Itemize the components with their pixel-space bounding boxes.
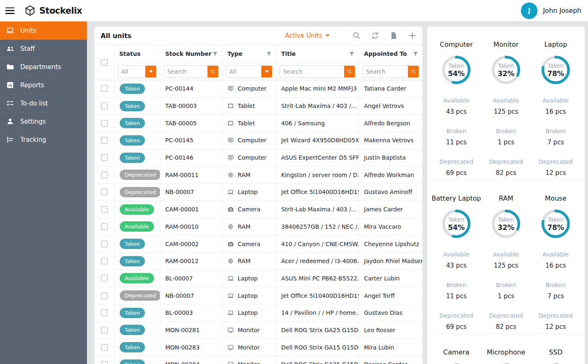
- table-row[interactable]: TakenCAM-00002Camera410 / Canyon / CNE-C…: [94, 235, 422, 253]
- row-checkbox[interactable]: [101, 309, 108, 316]
- table-row[interactable]: TakenTAB-00003TabletStrit-Lab Maxima / 4…: [94, 98, 422, 115]
- deprecated-label: Deprecated: [489, 312, 523, 320]
- type-filter-select[interactable]: All: [226, 65, 272, 78]
- row-checkbox[interactable]: [101, 258, 108, 264]
- broken-value: 1 pcs: [498, 292, 514, 301]
- hamburger-menu-icon[interactable]: [5, 7, 14, 14]
- table-row[interactable]: AvailableBL-00007LaptopASUS Mini PC PB62…: [94, 270, 422, 287]
- stock-number-cell: PC-00146: [160, 149, 222, 166]
- table-row[interactable]: TakenMON-00284MonitorDell ROG Strix GA25…: [94, 356, 422, 364]
- filter-icon[interactable]: [349, 51, 354, 57]
- status-badge: Taken: [120, 135, 145, 146]
- column-header-type: Type: [222, 45, 276, 62]
- deprecated-label: Deprecated: [439, 158, 473, 166]
- camera-icon: [227, 241, 234, 247]
- table-row[interactable]: TakenTAB-00005Tablet406 / SamsungAlfredo…: [94, 115, 422, 132]
- row-checkbox[interactable]: [101, 103, 108, 109]
- column-label: Title: [281, 50, 296, 57]
- table-row[interactable]: TakenBL-00003Laptop14 / Pavilion / / HP …: [94, 304, 422, 322]
- row-checkbox[interactable]: [101, 206, 108, 213]
- title-cell: 14 / Pavilion / / HP / home...: [276, 304, 359, 321]
- stock-number-cell: BL-00003: [160, 304, 222, 321]
- table-row[interactable]: DeprecatedNB-00007LaptopJet Office 5i104…: [94, 184, 422, 201]
- laptop-type-icon: [227, 309, 234, 316]
- row-checkbox[interactable]: [101, 223, 108, 230]
- filter-icon[interactable]: [212, 51, 218, 57]
- row-checkbox[interactable]: [101, 327, 108, 333]
- sidebar-item-label: Departments: [20, 63, 61, 71]
- row-checkbox[interactable]: [101, 292, 108, 299]
- title-search-input[interactable]: Search: [280, 65, 355, 78]
- status-badge: Available: [120, 204, 154, 215]
- table-row[interactable]: TakenMON-00281MonitorDell ROG Strix GA25…: [94, 322, 422, 339]
- user-name[interactable]: John Joseph: [543, 7, 581, 14]
- logo-text: Stockelix: [39, 6, 82, 16]
- status-filter-select[interactable]: All: [118, 65, 157, 78]
- available-value: 125 pcs: [494, 108, 518, 116]
- status-filter-caret-button[interactable]: [145, 66, 156, 77]
- appointed-search-button[interactable]: [408, 66, 419, 77]
- stat-card-title: RAM: [499, 194, 513, 202]
- sidebar-item-tracking[interactable]: Tracking: [0, 131, 87, 149]
- monitor-icon: [227, 327, 234, 333]
- add-unit-icon[interactable]: [408, 31, 417, 40]
- export-document-icon[interactable]: [390, 31, 398, 40]
- table-row[interactable]: DeprecatedRAM-00011RAMKingston / server …: [94, 166, 422, 184]
- appointed-to-cell: Leo Rosser: [359, 322, 422, 339]
- select-all-checkbox[interactable]: [101, 59, 108, 66]
- stats-section: ComputerTaken54%Available43 pcsBroken11 …: [427, 26, 585, 180]
- user-avatar[interactable]: J: [521, 2, 537, 19]
- sidebar-item-settings[interactable]: Settings: [0, 113, 87, 131]
- people-icon: [6, 45, 14, 53]
- view-selector-label: Active Units: [285, 32, 322, 39]
- row-checkbox[interactable]: [101, 361, 108, 364]
- broken-label: Broken: [546, 282, 566, 289]
- title-search-button[interactable]: [344, 66, 355, 77]
- table-header: StatusStock NumberTypeTitleAppointed To …: [94, 45, 422, 80]
- active-units-dropdown[interactable]: Active Units: [285, 32, 330, 39]
- refresh-icon[interactable]: [371, 31, 379, 40]
- stock-number-cell: CAM-00002: [160, 235, 222, 252]
- table-row[interactable]: TakenMON-00283MonitorDell ROG Strix GA15…: [94, 339, 422, 356]
- row-checkbox[interactable]: [101, 241, 108, 247]
- row-checkbox[interactable]: [101, 137, 108, 144]
- filter-icon[interactable]: [413, 51, 418, 57]
- stock-number-cell: MON-00284: [160, 356, 222, 364]
- appointed-search-input[interactable]: Search: [362, 65, 419, 78]
- row-checkbox[interactable]: [101, 344, 108, 351]
- table-row[interactable]: TakenPC-00144ComputerApple Mac mini M2 M…: [94, 80, 422, 98]
- sidebar-item-reports[interactable]: Reports: [0, 76, 87, 94]
- column-label: Status: [119, 50, 140, 57]
- chevron-down-icon: [265, 70, 269, 73]
- filter-icon[interactable]: [266, 51, 272, 57]
- sidebar-item-to-do-list[interactable]: To-do list: [0, 94, 87, 113]
- row-checkbox[interactable]: [101, 189, 108, 195]
- person-icon: [6, 117, 14, 125]
- monitor-icon: [227, 361, 234, 364]
- broken-label: Broken: [546, 128, 566, 135]
- sidebar-item-staff[interactable]: Staff: [0, 40, 87, 58]
- table-row[interactable]: DeprecatedNB-00007LaptopJet Office 5i104…: [94, 287, 422, 304]
- deprecated-value: 12 pcs: [545, 169, 566, 177]
- stock-number-search-input[interactable]: Search: [164, 65, 219, 78]
- row-checkbox[interactable]: [101, 120, 108, 127]
- ram-icon: [227, 223, 234, 230]
- row-checkbox[interactable]: [101, 85, 108, 92]
- title-cell: Jet Office 5i10400D16HD1S...: [276, 287, 359, 304]
- sidebar-item-units[interactable]: Units: [0, 22, 87, 40]
- table-row[interactable]: AvailableRAM-00010RAM38406257GB / 152 / …: [94, 218, 422, 236]
- type-filter-caret-button[interactable]: [261, 66, 272, 77]
- table-row[interactable]: TakenPC-00145ComputerJet Wizard 4X950D8H…: [94, 132, 422, 149]
- row-checkbox[interactable]: [101, 275, 108, 282]
- title-cell: 410 / Canyon / CNE-CMSW...: [276, 235, 359, 252]
- table-row[interactable]: TakenRAM-00012RAMAcer / redeemed / i3-40…: [94, 253, 422, 270]
- search-icon[interactable]: [352, 31, 361, 40]
- sidebar-item-departments[interactable]: Departments: [0, 58, 87, 76]
- table-row[interactable]: AvailableCAM-00001CameraStrit-Lab Maxima…: [94, 201, 422, 218]
- stock-number-cell: NB-00007: [160, 184, 222, 201]
- title-cell: Apple Mac mini M2 MMFJ3: [276, 80, 359, 97]
- stock-number-search-button[interactable]: [207, 66, 218, 77]
- table-row[interactable]: TakenPC-00146ComputerASUS ExpertCenter D…: [94, 149, 422, 167]
- row-checkbox[interactable]: [101, 154, 108, 161]
- row-checkbox[interactable]: [101, 172, 108, 178]
